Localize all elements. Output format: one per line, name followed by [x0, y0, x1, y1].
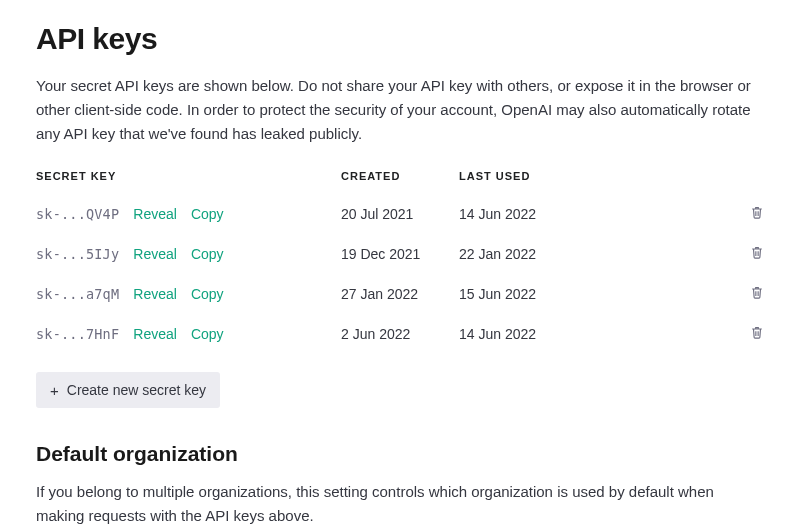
trash-icon — [750, 245, 764, 263]
delete-key-button[interactable] — [750, 245, 764, 263]
delete-key-button[interactable] — [750, 285, 764, 303]
key-mask: sk-...QV4P — [36, 206, 119, 222]
copy-link[interactable]: Copy — [191, 326, 224, 342]
col-header-created: CREATED — [341, 170, 459, 194]
col-header-secret-key: SECRET KEY — [36, 170, 341, 194]
table-row: sk-...7HnFRevealCopy2 Jun 202214 Jun 202… — [36, 314, 764, 354]
col-header-last-used: LAST USED — [459, 170, 599, 194]
trash-icon — [750, 205, 764, 223]
key-mask: sk-...7HnF — [36, 326, 119, 342]
table-row: sk-...a7qMRevealCopy27 Jan 202215 Jun 20… — [36, 274, 764, 314]
created-cell: 27 Jan 2022 — [341, 274, 459, 314]
last-used-cell: 22 Jan 2022 — [459, 234, 599, 274]
created-cell: 20 Jul 2021 — [341, 194, 459, 234]
reveal-link[interactable]: Reveal — [133, 246, 177, 262]
page-title: API keys — [36, 22, 764, 56]
reveal-link[interactable]: Reveal — [133, 326, 177, 342]
api-keys-table: SECRET KEY CREATED LAST USED sk-...QV4PR… — [36, 170, 764, 354]
key-mask: sk-...5IJy — [36, 246, 119, 262]
create-new-secret-key-button[interactable]: + Create new secret key — [36, 372, 220, 408]
default-organization-description: If you belong to multiple organizations,… — [36, 480, 764, 528]
table-row: sk-...5IJyRevealCopy19 Dec 202122 Jan 20… — [36, 234, 764, 274]
table-row: sk-...QV4PRevealCopy20 Jul 202114 Jun 20… — [36, 194, 764, 234]
key-mask: sk-...a7qM — [36, 286, 119, 302]
copy-link[interactable]: Copy — [191, 286, 224, 302]
last-used-cell: 14 Jun 2022 — [459, 194, 599, 234]
last-used-cell: 14 Jun 2022 — [459, 314, 599, 354]
created-cell: 2 Jun 2022 — [341, 314, 459, 354]
default-organization-heading: Default organization — [36, 442, 764, 466]
last-used-cell: 15 Jun 2022 — [459, 274, 599, 314]
create-button-label: Create new secret key — [67, 382, 206, 398]
trash-icon — [750, 285, 764, 303]
created-cell: 19 Dec 2021 — [341, 234, 459, 274]
plus-icon: + — [50, 383, 59, 398]
reveal-link[interactable]: Reveal — [133, 286, 177, 302]
copy-link[interactable]: Copy — [191, 206, 224, 222]
reveal-link[interactable]: Reveal — [133, 206, 177, 222]
delete-key-button[interactable] — [750, 325, 764, 343]
copy-link[interactable]: Copy — [191, 246, 224, 262]
delete-key-button[interactable] — [750, 205, 764, 223]
page-description: Your secret API keys are shown below. Do… — [36, 74, 764, 146]
trash-icon — [750, 325, 764, 343]
